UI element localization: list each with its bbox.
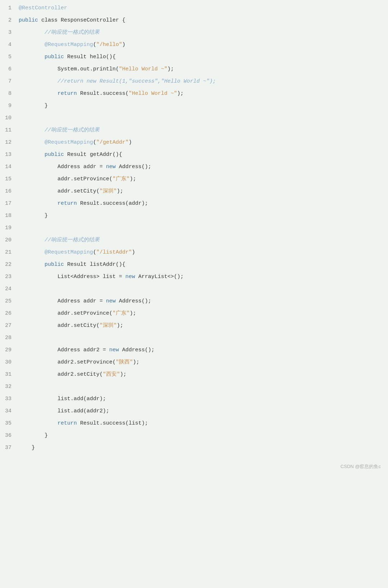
line-number: 13 — [0, 150, 19, 159]
code-line: 7 //return new Result(1,"success","Hello… — [0, 77, 388, 89]
token-comment: //return new Result(1,"success","Hello W… — [57, 78, 216, 84]
line-number: 37 — [0, 443, 19, 453]
token-string: "/hello" — [96, 42, 122, 48]
token-kw: return — [57, 420, 77, 426]
token-normal: list.add(addr); — [19, 396, 106, 402]
line-number: 7 — [0, 77, 19, 86]
line-number: 27 — [0, 321, 19, 330]
code-line: 6 System.out.println("Hello World ~"); — [0, 65, 388, 77]
line-content: //响应统一格式的结果 — [19, 28, 100, 37]
code-line: 2public class ResponseController { — [0, 16, 388, 28]
code-line: 23 List<Address> list = new ArrayList<>(… — [0, 272, 388, 284]
token-normal: ); — [120, 371, 126, 378]
token-normal: Address(); — [116, 298, 151, 304]
token-normal: Result.success( — [77, 91, 129, 97]
token-normal: ); — [117, 323, 123, 329]
code-line: 29 Address addr2 = new Address(); — [0, 346, 388, 358]
line-number: 3 — [0, 28, 19, 37]
token-normal: Address(); — [119, 347, 154, 353]
line-content: public Result listAddr(){ — [19, 260, 125, 269]
token-kw: public — [45, 261, 64, 268]
line-number: 22 — [0, 260, 19, 269]
line-content: } — [19, 431, 48, 440]
token-normal — [19, 139, 45, 145]
line-content: } — [19, 443, 35, 453]
code-line: 17 return Result.success(addr); — [0, 199, 388, 211]
token-kw: new — [106, 164, 116, 170]
token-string: "/getAddr" — [96, 139, 129, 145]
token-normal: ) — [129, 139, 132, 145]
token-normal: Address addr2 = — [19, 347, 109, 353]
line-number: 15 — [0, 175, 19, 184]
line-number: 26 — [0, 309, 19, 318]
token-normal — [19, 78, 57, 84]
line-content: list.add(addr); — [19, 394, 106, 404]
code-line: 21 @RequestMapping("/listAddr") — [0, 248, 388, 260]
token-normal: addr.setProvince( — [19, 176, 112, 182]
line-content: addr2.setCity("西安"); — [19, 370, 126, 379]
token-kw: return — [57, 200, 77, 207]
line-content: //响应统一格式的结果 — [19, 126, 100, 135]
line-content: addr.setCity("深圳"); — [19, 321, 123, 330]
line-content: } — [19, 211, 48, 221]
line-content: //响应统一格式的结果 — [19, 236, 100, 245]
token-normal: ( — [93, 139, 96, 145]
line-number: 16 — [0, 187, 19, 196]
token-annotation: @RequestMapping — [45, 249, 93, 255]
token-comment: //响应统一格式的结果 — [19, 29, 100, 36]
line-number: 17 — [0, 199, 19, 208]
token-normal — [19, 200, 57, 207]
line-number: 32 — [0, 382, 19, 392]
line-number: 23 — [0, 272, 19, 282]
code-line: 26 addr.setProvince("广东"); — [0, 309, 388, 321]
token-annotation: @RequestMapping — [45, 42, 93, 48]
code-line: 36 } — [0, 431, 388, 443]
code-line: 19 — [0, 223, 388, 236]
line-content: Address addr2 = new Address(); — [19, 346, 154, 355]
token-normal — [19, 91, 57, 97]
line-content: return Result.success(list); — [19, 419, 148, 428]
token-kw: public — [45, 54, 64, 60]
line-content: @RequestMapping("/getAddr") — [19, 138, 132, 147]
line-content: addr.setProvince("广东"); — [19, 309, 136, 318]
code-line: 9 } — [0, 101, 388, 114]
token-normal: class — [38, 17, 61, 23]
code-line: 4 @RequestMapping("/hello") — [0, 40, 388, 52]
code-line: 31 addr2.setCity("西安"); — [0, 370, 388, 382]
line-number: 8 — [0, 89, 19, 98]
token-normal: ResponseController — [61, 17, 119, 23]
line-content: public Result getAddr(){ — [19, 150, 122, 159]
line-content: return Result.success("Hello World ~"); — [19, 89, 184, 98]
token-annotation: @RestController — [19, 5, 67, 11]
line-content: } — [19, 101, 48, 111]
line-content: public class ResponseController { — [19, 16, 125, 25]
token-annotation: @RequestMapping — [45, 139, 93, 145]
line-content: @RestController — [19, 4, 67, 13]
line-number: 30 — [0, 358, 19, 367]
code-line: 1@RestController — [0, 4, 388, 16]
token-normal: ); — [167, 66, 174, 72]
token-normal: addr.setCity( — [19, 323, 100, 329]
line-number: 33 — [0, 394, 19, 404]
line-content: Address addr = new Address(); — [19, 162, 151, 172]
code-line: 10 — [0, 114, 388, 126]
token-normal: ArrayList<>(); — [135, 274, 184, 280]
token-normal: addr.setProvince( — [19, 310, 112, 316]
code-line: 30 addr2.setProvince("陕西"); — [0, 358, 388, 370]
line-number: 31 — [0, 370, 19, 379]
line-number: 14 — [0, 162, 19, 172]
line-content — [19, 333, 22, 343]
line-content — [19, 114, 22, 123]
line-content — [19, 382, 22, 392]
code-line: 32 — [0, 382, 388, 394]
code-line: 15 addr.setProvince("广东"); — [0, 175, 388, 187]
token-normal: } — [19, 432, 48, 439]
code-line: 34 list.add(addr2); — [0, 407, 388, 419]
line-number: 29 — [0, 346, 19, 355]
code-line: 8 return Result.success("Hello World ~")… — [0, 89, 388, 101]
line-content: @RequestMapping("/listAddr") — [19, 248, 135, 257]
token-normal: } — [19, 445, 35, 451]
line-content: Address addr = new Address(); — [19, 297, 151, 306]
line-number: 5 — [0, 52, 19, 62]
line-number: 1 — [0, 4, 19, 13]
